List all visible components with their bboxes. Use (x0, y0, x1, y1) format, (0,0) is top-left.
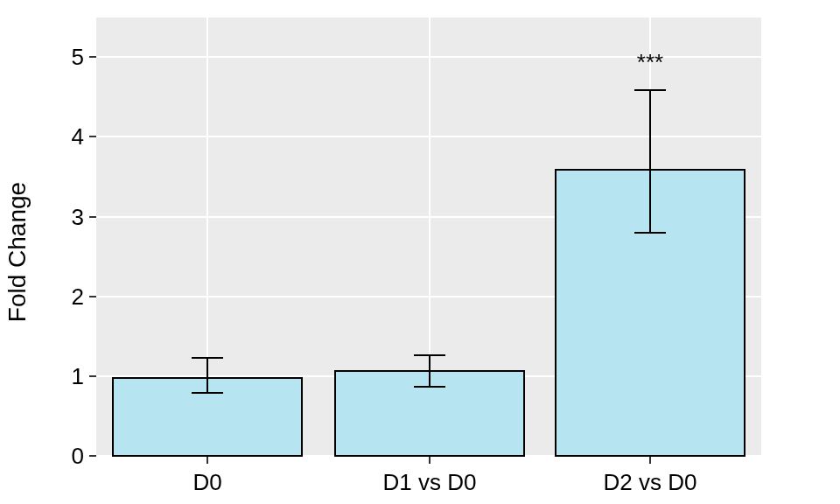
y-axis-title: Fold Change (0, 0, 35, 504)
errorbar-cap (192, 357, 223, 359)
y-tick-label: 1 (23, 363, 96, 390)
errorbar-cap (634, 89, 666, 91)
plot-panel: 0 1 2 3 4 5 D0 D1 vs D0 D2 vs D0 (96, 18, 761, 457)
errorbar-cap (634, 232, 666, 234)
x-tick-label: D2 vs D0 (604, 457, 697, 496)
errorbar-stem (429, 354, 430, 387)
errorbar-stem (206, 357, 208, 393)
bar-chart: Fold Change 0 1 2 3 4 5 D0 D1 vs D0 D2 (0, 0, 840, 504)
x-tick-label: D0 (192, 457, 221, 496)
y-tick-label: 0 (23, 443, 96, 470)
significance-marker: *** (626, 49, 674, 76)
errorbar-cap (414, 386, 445, 388)
errorbar-stem (649, 89, 651, 233)
errorbar-cap (192, 392, 223, 394)
x-tick-label: D1 vs D0 (383, 457, 477, 496)
y-tick-label: 4 (23, 123, 96, 150)
errorbar-cap (414, 354, 445, 356)
y-tick-label: 3 (23, 204, 96, 231)
y-tick-label: 2 (23, 284, 96, 311)
y-tick-label: 5 (23, 44, 96, 71)
